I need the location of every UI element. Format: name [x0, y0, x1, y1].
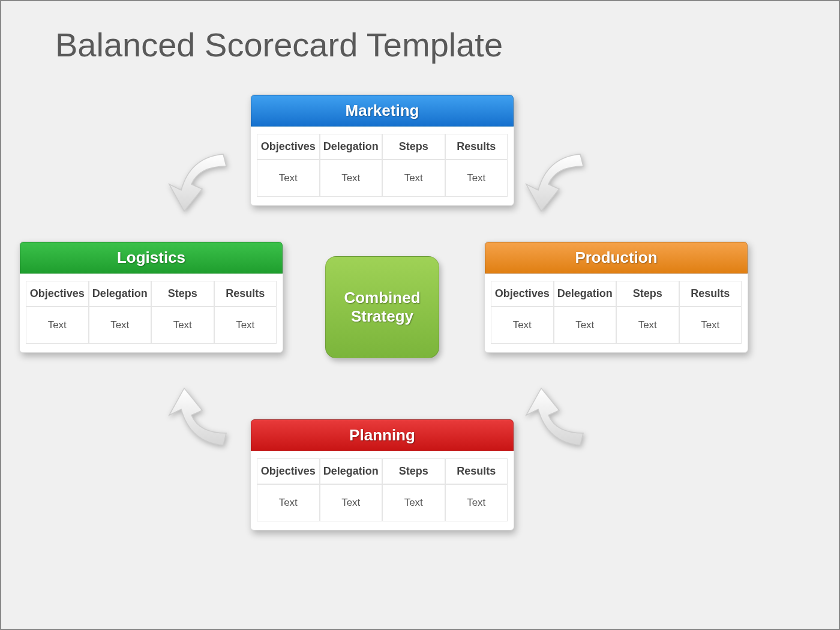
- card-logistics-table: Objectives Delegation Steps Results Text…: [20, 274, 283, 352]
- cell-value: Text: [320, 160, 383, 197]
- card-planning: Planning Objectives Delegation Steps Res…: [250, 419, 514, 530]
- col-header: Results: [445, 134, 508, 160]
- cell-value: Text: [214, 307, 277, 344]
- cell-value: Text: [89, 307, 152, 344]
- cell-value: Text: [26, 307, 89, 344]
- cell-value: Text: [382, 160, 445, 197]
- arrow-bottom-to-right-icon: [523, 385, 595, 457]
- col-header: Objectives: [257, 458, 320, 484]
- arrow-top-to-left-icon: [166, 142, 238, 214]
- card-production-header: Production: [485, 242, 748, 274]
- col-header: Delegation: [89, 281, 152, 307]
- cell-value: Text: [151, 307, 214, 344]
- col-header: Delegation: [554, 281, 617, 307]
- col-header: Objectives: [491, 281, 554, 307]
- center-strategy: Combined Strategy: [325, 256, 439, 358]
- arrow-right-to-top-icon: [523, 142, 595, 214]
- cell-value: Text: [491, 307, 554, 344]
- card-logistics: Logistics Objectives Delegation Steps Re…: [19, 241, 283, 353]
- card-logistics-header: Logistics: [20, 242, 283, 274]
- cell-value: Text: [320, 484, 383, 521]
- col-header: Results: [679, 281, 742, 307]
- card-marketing-table: Objectives Delegation Steps Results Text…: [251, 127, 514, 205]
- col-header: Delegation: [320, 458, 383, 484]
- card-marketing-header: Marketing: [251, 95, 514, 127]
- card-production: Production Objectives Delegation Steps R…: [484, 241, 748, 353]
- cell-value: Text: [445, 484, 508, 521]
- card-production-table: Objectives Delegation Steps Results Text…: [485, 274, 748, 352]
- cell-value: Text: [679, 307, 742, 344]
- cell-value: Text: [382, 484, 445, 521]
- cell-value: Text: [257, 484, 320, 521]
- page-title: Balanced Scorecard Template: [55, 25, 503, 64]
- col-header: Steps: [382, 134, 445, 160]
- card-planning-table: Objectives Delegation Steps Results Text…: [251, 451, 514, 530]
- cell-value: Text: [445, 160, 508, 197]
- col-header: Results: [445, 458, 508, 484]
- col-header: Steps: [151, 281, 214, 307]
- col-header: Results: [214, 281, 277, 307]
- cell-value: Text: [257, 160, 320, 197]
- cell-value: Text: [616, 307, 679, 344]
- cell-value: Text: [554, 307, 617, 344]
- arrow-left-to-bottom-icon: [166, 385, 238, 457]
- card-planning-header: Planning: [251, 419, 514, 451]
- card-marketing: Marketing Objectives Delegation Steps Re…: [250, 94, 514, 206]
- col-header: Steps: [616, 281, 679, 307]
- col-header: Steps: [382, 458, 445, 484]
- center-strategy-label: Combined Strategy: [344, 289, 420, 326]
- col-header: Objectives: [26, 281, 89, 307]
- col-header: Delegation: [320, 134, 383, 160]
- col-header: Objectives: [257, 134, 320, 160]
